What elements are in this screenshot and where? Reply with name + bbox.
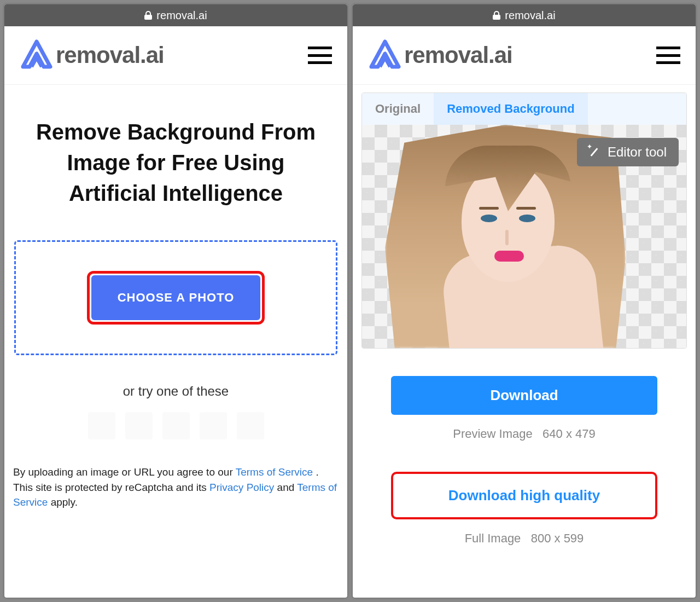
sample-thumbnails — [10, 412, 342, 439]
legal-part: and — [277, 482, 298, 493]
preview-label: Preview Image — [453, 427, 533, 441]
lock-icon — [493, 11, 500, 20]
main-content: Original Removed Background Editor t — [353, 85, 696, 598]
annotation-highlight: Download high quality — [391, 472, 657, 519]
tab-removed-background[interactable]: Removed Background — [434, 93, 588, 125]
download-button[interactable]: Download — [391, 376, 657, 415]
result-tabs: Original Removed Background — [362, 93, 686, 125]
sample-thumb[interactable] — [125, 412, 153, 439]
legal-part: By uploading an image or URL you agree t… — [13, 466, 236, 478]
legal-text: By uploading an image or URL you agree t… — [10, 439, 342, 517]
result-image-area: Editor tool — [362, 125, 686, 348]
hamburger-menu-icon[interactable] — [656, 47, 680, 64]
preview-dimensions: Preview Image 640 x 479 — [391, 427, 657, 441]
sample-thumb[interactable] — [200, 412, 227, 439]
headline: Remove Background From Image for Free Us… — [21, 117, 331, 209]
logo-icon — [368, 39, 402, 71]
lock-icon — [144, 11, 152, 20]
legal-part: apply. — [51, 496, 78, 508]
header: removal.ai — [4, 26, 347, 85]
header: removal.ai — [353, 26, 696, 85]
url-text: removal.ai — [156, 9, 207, 22]
hamburger-menu-icon[interactable] — [308, 47, 332, 64]
annotation-highlight: CHOOSE A PHOTO — [87, 271, 265, 325]
tab-original[interactable]: Original — [362, 93, 434, 125]
brand-text: removal.ai — [404, 42, 512, 68]
sample-thumb[interactable] — [237, 412, 264, 439]
logo-icon — [20, 39, 54, 71]
browser-url-bar: removal.ai — [353, 4, 696, 26]
preview-size: 640 x 479 — [542, 427, 596, 441]
url-text: removal.ai — [505, 9, 555, 22]
download-hq-wrap: Download high quality — [391, 472, 657, 519]
upload-dropzone[interactable]: CHOOSE A PHOTO — [14, 240, 337, 355]
download-section: Download Preview Image 640 x 479 Downloa… — [358, 349, 690, 546]
browser-url-bar: removal.ai — [4, 4, 347, 26]
full-dimensions: Full Image 800 x 599 — [391, 531, 657, 546]
magic-wand-icon — [589, 146, 601, 158]
terms-link[interactable]: Terms of Service — [236, 466, 313, 478]
main-content: Remove Background From Image for Free Us… — [4, 85, 347, 598]
brand-logo[interactable]: removal.ai — [20, 39, 164, 71]
editor-tool-label: Editor tool — [608, 144, 667, 160]
editor-tool-button[interactable]: Editor tool — [577, 138, 679, 166]
or-try-label: or try one of these — [10, 384, 342, 399]
sample-thumb[interactable] — [162, 412, 190, 439]
screen-right-result: removal.ai removal.ai Original Removed B… — [353, 4, 696, 598]
screen-left-upload: removal.ai removal.ai Remove Background … — [4, 4, 347, 598]
download-high-quality-button[interactable]: Download high quality — [396, 477, 652, 514]
sample-thumb[interactable] — [88, 412, 115, 439]
choose-photo-button[interactable]: CHOOSE A PHOTO — [91, 275, 261, 320]
full-size: 800 x 599 — [531, 531, 584, 545]
full-label: Full Image — [465, 531, 521, 545]
brand-text: removal.ai — [56, 42, 164, 68]
result-card: Original Removed Background Editor t — [361, 92, 687, 349]
hero: Remove Background From Image for Free Us… — [10, 85, 342, 230]
privacy-link[interactable]: Privacy Policy — [209, 482, 274, 493]
brand-logo[interactable]: removal.ai — [368, 39, 512, 71]
